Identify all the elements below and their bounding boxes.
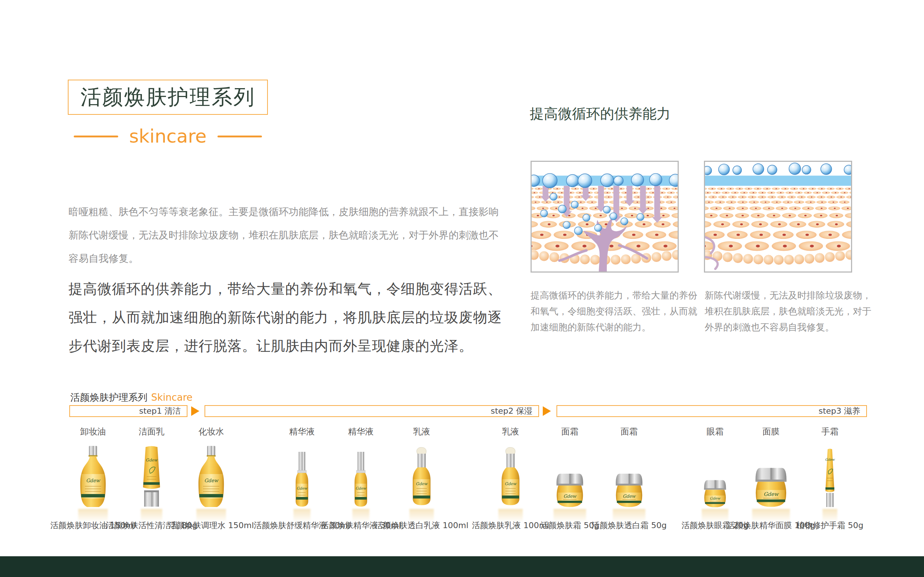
skin-diagram-improved-microcirculation	[531, 161, 679, 272]
product-image-pump: Gdew	[352, 452, 369, 508]
main-line: 步代谢到表皮层，进行脱落。让肌肤由内而外呈现健康的光泽。	[69, 332, 502, 360]
product-image-lotion: Gdew	[498, 446, 523, 508]
step-arrow-icon	[543, 406, 551, 416]
svg-text:Gdew: Gdew	[825, 458, 835, 461]
product-category-label: 面霜	[600, 426, 659, 437]
product-category-label: 洁面乳	[122, 426, 181, 437]
product-category-label: 面膜	[741, 426, 801, 437]
subtitle-left-dash	[74, 135, 118, 137]
step-bar-3: step3 滋养	[556, 405, 867, 417]
brochure-page: 活颜焕肤护理系列 skincare 暗哑粗糙、肤色不匀等等衰老象征。主要是微循环…	[0, 0, 924, 577]
svg-text:Gdew: Gdew	[505, 482, 517, 486]
product-image-lotion: Gdew	[410, 446, 434, 508]
intro-line: 新陈代谢缓慢，无法及时排除垃圾废物，堆积在肌肤底层，肤色就暗淡无光，对于外界的刺…	[69, 223, 499, 247]
footer-bar	[0, 556, 924, 577]
svg-text:Gdew: Gdew	[356, 486, 367, 490]
product-name-label: 植物修护手霜 50g	[774, 520, 885, 531]
main-paragraph: 提高微循环的供养能力，带给大量的养份和氧气，令细胞变得活跃、 强壮，从而就加速细…	[69, 275, 502, 360]
product-section-heading: 活颜焕肤护理系列Skincare	[70, 391, 193, 404]
step-label: step2 保湿	[490, 406, 532, 417]
product-category-label: 卸妆油	[63, 426, 123, 437]
diagram-caption: 提高微循环的供养能力，带给大量的养份 和氧气，令细胞变得活跃、强壮，从而就 加速…	[531, 287, 697, 335]
svg-text:Gdew: Gdew	[710, 496, 721, 500]
caption-line: 堆积在肌肤底层，肤色就暗淡无光，对于	[705, 303, 871, 319]
product-category-label: 乳液	[392, 426, 451, 437]
diagram-caption: 新陈代谢缓慢，无法及时排除垃圾废物， 堆积在肌肤底层，肤色就暗淡无光，对于 外界…	[705, 287, 871, 335]
intro-line: 暗哑粗糙、肤色不匀等等衰老象征。主要是微循环功能降低，皮肤细胞的营养就跟不上，直…	[69, 200, 499, 223]
product-category-label: 面霜	[540, 426, 600, 437]
product-image-tube-down: Gdew	[141, 445, 162, 508]
product-image-jar-small: Gdew	[702, 479, 728, 508]
intro-line: 容易自我修复。	[69, 247, 499, 270]
svg-text:Gdew: Gdew	[145, 458, 158, 463]
product-category-label: 精华液	[331, 426, 390, 437]
series-subtitle: skincare	[129, 126, 207, 147]
caption-line: 新陈代谢缓慢，无法及时排除垃圾废物，	[705, 287, 871, 303]
product-image-tube-up: Gdew	[822, 448, 837, 508]
caption-line: 和氧气，令细胞变得活跃、强壮，从而就	[531, 303, 697, 319]
product-section-heading-cn: 活颜焕肤护理系列	[70, 392, 147, 403]
series-subtitle-row: skincare	[68, 124, 268, 148]
product-image-jar: Gdew	[613, 472, 645, 508]
step-label: step1 清洁	[139, 406, 181, 417]
caption-line: 加速细胞的新陈代谢的能力。	[531, 319, 697, 335]
product-category-label: 化妆水	[182, 426, 241, 437]
product-category-label: 乳液	[481, 426, 540, 437]
product-image-pump: Gdew	[293, 452, 310, 508]
series-title-box: 活颜焕肤护理系列	[68, 80, 268, 115]
product-image-bottle: Gdew	[78, 446, 108, 508]
svg-text:Gdew: Gdew	[563, 494, 577, 499]
product-category-label: 手霜	[800, 426, 859, 437]
series-title: 活颜焕肤护理系列	[81, 83, 255, 111]
svg-text:Gdew: Gdew	[204, 478, 219, 483]
main-line: 提高微循环的供养能力，带给大量的养份和氧气，令细胞变得活跃、	[69, 275, 502, 303]
subtitle-right-dash	[218, 135, 262, 137]
svg-text:Gdew: Gdew	[297, 486, 308, 490]
main-line: 强壮，从而就加速细胞的新陈代谢的能力，将肌肤底层的垃圾废物逐	[69, 303, 502, 332]
svg-text:Gdew: Gdew	[764, 491, 779, 497]
product-category-label: 精华液	[272, 426, 332, 437]
step-bar-1: step1 清洁	[69, 405, 187, 417]
step-arrow-icon	[191, 406, 199, 416]
intro-paragraph: 暗哑粗糙、肤色不匀等等衰老象征。主要是微循环功能降低，皮肤细胞的营养就跟不上，直…	[69, 200, 499, 270]
svg-text:Gdew: Gdew	[416, 482, 428, 486]
product-section-heading-en: Skincare	[151, 392, 193, 403]
caption-line: 外界的刺激也不容易自我修复。	[705, 319, 871, 335]
caption-line: 提高微循环的供养能力，带给大量的养份	[531, 287, 697, 303]
right-panel-heading: 提高微循环的供养能力	[530, 105, 671, 123]
product-image-jar-large: Gdew	[752, 467, 790, 508]
skin-diagram-slow-metabolism	[704, 161, 852, 272]
svg-text:Gdew: Gdew	[86, 478, 100, 483]
product-image-jar: Gdew	[553, 472, 586, 508]
product-category-label: 眼霜	[685, 426, 745, 437]
step-label: step3 滋养	[818, 406, 860, 417]
svg-text:Gdew: Gdew	[623, 494, 636, 499]
step-bar-2: step2 保湿	[205, 405, 539, 417]
product-image-bottle: Gdew	[196, 446, 226, 508]
